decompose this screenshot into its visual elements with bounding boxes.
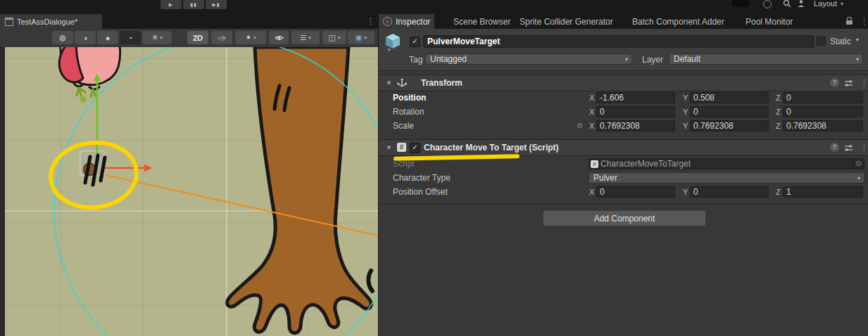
component-menu-icon[interactable]: ⋮ bbox=[860, 78, 868, 87]
pane-edge bbox=[0, 47, 5, 336]
layout-dropdown[interactable]: Layout ▾ bbox=[814, 0, 843, 8]
play-button[interactable]: ▶ bbox=[161, 0, 182, 9]
add-component-button[interactable]: Add Component bbox=[543, 210, 706, 226]
scene-tab-label: TestAssDialogue* bbox=[17, 18, 77, 26]
mute-icon: ◁× bbox=[218, 34, 226, 41]
position-y-field[interactable]: 0.508 bbox=[690, 92, 769, 103]
script-object-field[interactable]: # CharacterMoveToTarget ⊙ bbox=[589, 158, 864, 169]
chevron-down-icon: ▾ bbox=[160, 35, 163, 41]
inspector-menu-icon[interactable]: ⋮ bbox=[860, 17, 868, 26]
presets-icon[interactable] bbox=[844, 79, 853, 87]
draw-mode-half-button[interactable]: ◑ bbox=[75, 31, 96, 44]
help-icon[interactable]: ? bbox=[830, 143, 839, 152]
y-axis-label: Y bbox=[683, 188, 688, 196]
scene-window-tab[interactable]: TestAssDialogue* bbox=[0, 14, 102, 29]
static-checkbox[interactable] bbox=[817, 37, 826, 46]
cloud-services-icon[interactable] bbox=[732, 0, 749, 7]
tab-batch-component-adder[interactable]: Batch Component Adder bbox=[628, 14, 729, 29]
script-icon: # bbox=[397, 143, 406, 152]
scale-x-field[interactable]: 0.7692308 bbox=[596, 120, 675, 131]
help-icon[interactable]: ? bbox=[830, 78, 839, 87]
lock-icon[interactable] bbox=[846, 20, 853, 25]
sparkle-icon bbox=[80, 96, 87, 103]
2d-mode-button[interactable]: 2D bbox=[187, 31, 208, 44]
layers-dropdown-button[interactable]: ☰▾ bbox=[291, 31, 320, 44]
account-icon[interactable] bbox=[763, 0, 772, 8]
tag-dropdown[interactable]: Untagged ▾ bbox=[425, 53, 632, 65]
camera-icon: ◫ bbox=[329, 33, 336, 42]
tab-label: Scene Browser bbox=[453, 17, 510, 27]
rotation-y-field[interactable]: 0 bbox=[690, 106, 769, 117]
character-type-dropdown[interactable]: Pulver ▾ bbox=[589, 172, 864, 183]
static-label: Static bbox=[830, 37, 851, 46]
tab-inspector[interactable]: i Inspector bbox=[379, 14, 434, 29]
sphere-icon: ● bbox=[106, 34, 111, 42]
position-x-field[interactable]: -1.606 bbox=[596, 92, 675, 103]
position-offset-label: Position Offset bbox=[393, 187, 448, 197]
step-button[interactable]: ▶▮ bbox=[206, 0, 227, 9]
gameobject-name-input[interactable] bbox=[423, 35, 814, 48]
offset-z-field[interactable]: 1 bbox=[783, 186, 863, 198]
character-type-row: Character Type Pulver ▾ bbox=[379, 172, 868, 186]
scale-z-field[interactable]: 0.7692308 bbox=[783, 120, 863, 131]
z-axis-label: Z bbox=[776, 188, 781, 196]
position-z-field[interactable]: 0 bbox=[783, 92, 863, 103]
account-person-icon[interactable] bbox=[797, 0, 805, 8]
audio-mute-button[interactable]: ◁× bbox=[211, 31, 232, 44]
scene-visibility-button[interactable] bbox=[269, 31, 289, 44]
static-dropdown-icon[interactable]: ▾ bbox=[856, 37, 859, 43]
object-picker-icon[interactable]: ⊙ bbox=[853, 159, 864, 169]
lighting-dropdown-button[interactable]: ✳▾ bbox=[142, 31, 172, 44]
script-icon: # bbox=[591, 160, 598, 168]
quarter-circle-icon: ◔ bbox=[128, 34, 133, 42]
component-menu-icon[interactable]: ⋮ bbox=[860, 143, 868, 152]
tab-scene-browser[interactable]: Scene Browser bbox=[449, 14, 515, 29]
presets-icon[interactable] bbox=[844, 143, 853, 152]
window-icon bbox=[5, 18, 13, 26]
eye-icon bbox=[275, 34, 284, 41]
component-enabled-checkbox[interactable]: ✓ bbox=[410, 143, 420, 153]
script-component-header[interactable]: ▼ # ✓ Character Move To Target (Script) … bbox=[379, 139, 868, 156]
inspector-panel: i Inspector Scene Browser Sprite Collide… bbox=[378, 14, 868, 336]
gameobject-cube-icon bbox=[384, 33, 401, 51]
tab-pool-monitor[interactable]: Pool Monitor bbox=[741, 14, 797, 29]
scene-tab-menu-icon[interactable]: ⋮ bbox=[367, 17, 375, 26]
scene-canvas[interactable] bbox=[0, 47, 378, 336]
gizmos-dropdown-button[interactable]: ◉▾ bbox=[348, 31, 375, 44]
z-axis-label: Z bbox=[776, 108, 781, 116]
draw-mode-selected-button[interactable]: ◔ bbox=[120, 31, 141, 44]
active-checkbox[interactable]: ✓ bbox=[410, 37, 420, 47]
unity-editor-window: ▶ ▮▮ ▶▮ Layout ▾ TestAssDialogue* ⋮ ◍ ◑ … bbox=[0, 0, 868, 336]
rotation-z-field[interactable]: 0 bbox=[783, 106, 863, 117]
chevron-down-icon: ▾ bbox=[365, 35, 367, 41]
foldout-icon[interactable]: ▼ bbox=[386, 144, 392, 151]
character-type-label: Character Type bbox=[393, 173, 451, 183]
offset-x-field[interactable]: 0 bbox=[596, 186, 675, 198]
scale-y-field[interactable]: 0.7692308 bbox=[690, 120, 769, 131]
property-label: Rotation bbox=[393, 107, 424, 117]
component-divider bbox=[379, 204, 868, 205]
effects-dropdown-button[interactable]: ✦▾ bbox=[235, 31, 266, 44]
transform-header[interactable]: ▼ Transform ? ⋮ bbox=[379, 75, 868, 91]
layer-dropdown[interactable]: Default ▾ bbox=[669, 53, 863, 65]
pause-button[interactable]: ▮▮ bbox=[183, 0, 204, 9]
prefab-caret-icon[interactable]: ▾ bbox=[388, 47, 391, 53]
x-axis-label: X bbox=[589, 108, 594, 116]
y-axis-label: Y bbox=[683, 93, 688, 102]
camera-dropdown-button[interactable]: ◫▾ bbox=[322, 31, 346, 44]
position-offset-row: Position Offset X 0 Y 0 Z 1 bbox=[379, 186, 868, 200]
scene-render bbox=[0, 47, 378, 336]
rotation-row: Rotation X 0 Y 0 Z 0 bbox=[379, 105, 868, 119]
rotation-x-field[interactable]: 0 bbox=[596, 106, 675, 117]
foldout-icon[interactable]: ▼ bbox=[386, 79, 392, 86]
offset-y-field[interactable]: 0 bbox=[690, 186, 769, 198]
tab-label: Inspector bbox=[396, 17, 430, 27]
tab-sprite-collider-generator[interactable]: Sprite Collider Generator bbox=[515, 14, 617, 29]
property-label: Position bbox=[393, 93, 426, 103]
search-icon[interactable] bbox=[783, 0, 791, 8]
script-component-title: Character Move To Target (Script) bbox=[424, 143, 559, 153]
draw-mode-solid-button[interactable]: ● bbox=[97, 31, 118, 44]
constrain-proportions-icon[interactable]: ⊘ bbox=[577, 121, 583, 130]
draw-mode-globe-button[interactable]: ◍ bbox=[52, 31, 73, 44]
sun-icon: ✳ bbox=[151, 33, 158, 42]
